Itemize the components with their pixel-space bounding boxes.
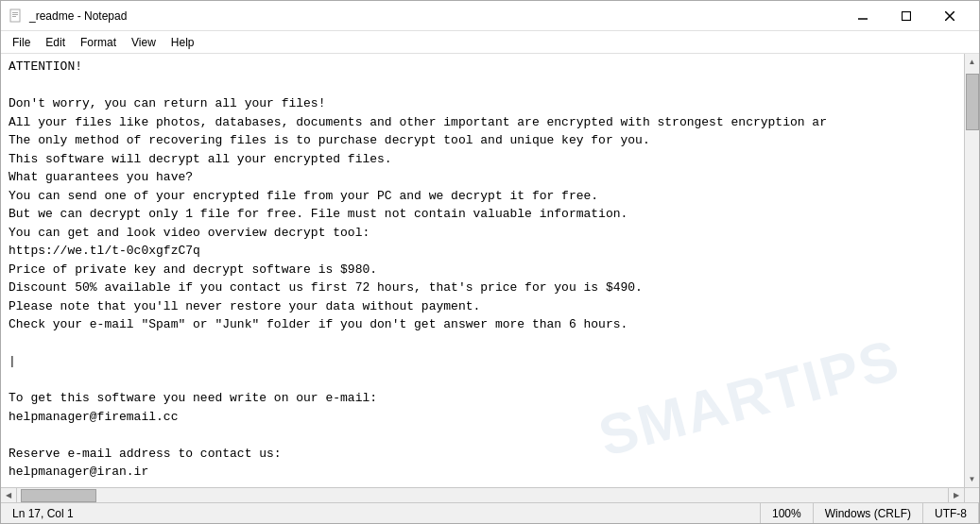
close-button[interactable]: [928, 1, 971, 31]
menu-edit[interactable]: Edit: [38, 34, 73, 51]
scroll-up-arrow[interactable]: ▲: [965, 54, 980, 70]
text-editor[interactable]: [1, 54, 964, 487]
scroll-track-horizontal[interactable]: [17, 488, 948, 502]
scroll-track-vertical[interactable]: [965, 70, 979, 471]
status-encoding: UTF-8: [923, 503, 979, 523]
vertical-scrollbar[interactable]: ▲ ▼: [964, 54, 979, 487]
status-line-ending: Windows (CRLF): [814, 503, 923, 523]
status-zoom: 100%: [761, 503, 814, 523]
notepad-window: _readme - Notepad File Edit Format View …: [0, 0, 980, 524]
svg-rect-0: [10, 9, 20, 22]
scrollbar-corner: [964, 488, 979, 503]
horizontal-scrollbar[interactable]: ◀ ▶: [1, 488, 964, 502]
status-position: Ln 17, Col 1: [1, 503, 761, 523]
horizontal-scrollbar-container: ◀ ▶: [1, 487, 979, 502]
scroll-right-arrow[interactable]: ▶: [948, 488, 964, 503]
editor-area: SMARTIPS ▲ ▼: [1, 54, 979, 487]
menu-format[interactable]: Format: [73, 34, 124, 51]
maximize-button[interactable]: [885, 1, 928, 31]
scroll-down-arrow[interactable]: ▼: [965, 471, 980, 487]
status-bar: Ln 17, Col 1 100% Windows (CRLF) UTF-8: [1, 502, 979, 523]
window-title: _readme - Notepad: [29, 9, 841, 23]
menu-bar: File Edit Format View Help: [1, 31, 979, 54]
scroll-thumb-vertical[interactable]: [966, 74, 979, 130]
svg-rect-2: [12, 14, 18, 15]
app-icon: [9, 8, 24, 24]
svg-rect-3: [12, 16, 16, 17]
svg-rect-5: [903, 11, 911, 20]
scroll-thumb-horizontal[interactable]: [21, 489, 96, 502]
menu-help[interactable]: Help: [163, 34, 202, 51]
minimize-button[interactable]: [841, 1, 885, 31]
menu-view[interactable]: View: [124, 34, 163, 51]
window-controls: [841, 1, 971, 31]
title-bar: _readme - Notepad: [1, 1, 979, 31]
menu-file[interactable]: File: [5, 34, 38, 51]
scroll-left-arrow[interactable]: ◀: [1, 488, 17, 503]
svg-rect-1: [12, 12, 18, 13]
